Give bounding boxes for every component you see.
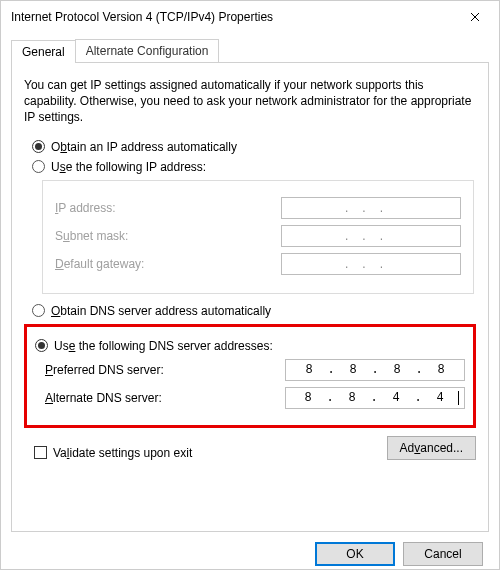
bottom-row: Validate settings upon exit Advanced... (24, 436, 476, 460)
properties-dialog: Internet Protocol Version 4 (TCP/IPv4) P… (0, 0, 500, 570)
label-subnet-mask: Subnet mask: (55, 229, 128, 243)
row-subnet-mask: Subnet mask: ... (55, 225, 461, 247)
radio-obtain-ip-auto-label: Obtain an IP address automatically (51, 140, 237, 154)
title-bar: Internet Protocol Version 4 (TCP/IPv4) P… (1, 1, 499, 33)
window-title: Internet Protocol Version 4 (TCP/IPv4) P… (11, 10, 452, 24)
tab-strip: General Alternate Configuration (11, 39, 489, 62)
close-icon (470, 12, 480, 22)
checkbox-validate-label: Validate settings upon exit (53, 446, 192, 460)
ip-settings-group: IP address: ... Subnet mask: ... Default… (42, 180, 474, 294)
label-ip-address: IP address: (55, 201, 116, 215)
radio-use-following-dns[interactable]: Use the following DNS server addresses: (35, 339, 465, 353)
label-alternate-dns: Alternate DNS server: (45, 391, 162, 405)
tab-general[interactable]: General (11, 40, 76, 63)
tab-general-label: General (22, 45, 65, 59)
ok-button-label: OK (346, 547, 363, 561)
checkbox-icon (34, 446, 47, 459)
checkbox-validate-on-exit[interactable]: Validate settings upon exit (34, 446, 192, 460)
advanced-button-label: Advanced... (400, 441, 463, 455)
row-preferred-dns: Preferred DNS server: 8.8.8.8 (35, 359, 465, 381)
radio-obtain-dns-auto-label: Obtain DNS server address automatically (51, 304, 271, 318)
input-default-gateway: ... (281, 253, 461, 275)
dns-highlight-box: Use the following DNS server addresses: … (24, 324, 476, 428)
radio-icon (32, 160, 45, 173)
tab-alternate-configuration[interactable]: Alternate Configuration (75, 39, 220, 62)
row-default-gateway: Default gateway: ... (55, 253, 461, 275)
radio-use-following-ip-label: Use the following IP address: (51, 160, 206, 174)
radio-use-following-ip[interactable]: Use the following IP address: (32, 160, 476, 174)
input-alternate-dns[interactable]: 8.8.4.4 (285, 387, 465, 409)
cancel-button[interactable]: Cancel (403, 542, 483, 566)
radio-use-following-dns-label: Use the following DNS server addresses: (54, 339, 273, 353)
radio-obtain-ip-auto[interactable]: Obtain an IP address automatically (32, 140, 476, 154)
text-caret-icon (458, 391, 459, 405)
radio-icon (32, 304, 45, 317)
row-ip-address: IP address: ... (55, 197, 461, 219)
tab-alternate-label: Alternate Configuration (86, 44, 209, 58)
input-subnet-mask: ... (281, 225, 461, 247)
close-button[interactable] (452, 2, 497, 32)
client-area: General Alternate Configuration You can … (1, 33, 499, 570)
radio-icon (35, 339, 48, 352)
ok-button[interactable]: OK (315, 542, 395, 566)
label-default-gateway: Default gateway: (55, 257, 144, 271)
input-preferred-dns[interactable]: 8.8.8.8 (285, 359, 465, 381)
label-preferred-dns: Preferred DNS server: (45, 363, 164, 377)
tab-panel-general: You can get IP settings assigned automat… (11, 62, 489, 532)
radio-icon (32, 140, 45, 153)
dialog-button-row: OK Cancel (11, 532, 489, 566)
input-ip-address: ... (281, 197, 461, 219)
advanced-button[interactable]: Advanced... (387, 436, 476, 460)
radio-obtain-dns-auto[interactable]: Obtain DNS server address automatically (32, 304, 476, 318)
intro-text: You can get IP settings assigned automat… (24, 77, 476, 126)
cancel-button-label: Cancel (424, 547, 461, 561)
row-alternate-dns: Alternate DNS server: 8.8.4.4 (35, 387, 465, 409)
